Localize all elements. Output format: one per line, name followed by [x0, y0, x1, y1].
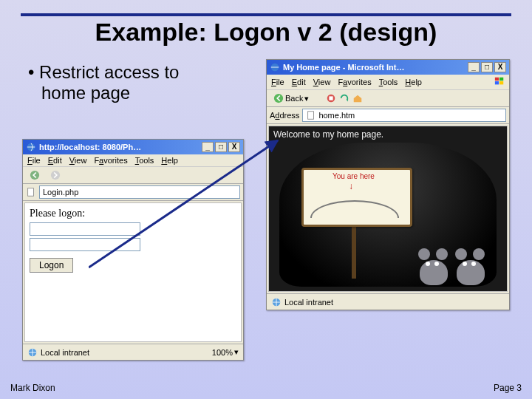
ie-icon: [26, 142, 36, 152]
address-label: Address: [270, 111, 299, 120]
zoom-level: 100%: [212, 348, 233, 357]
slide-title: Example: Logon v 2 (design): [0, 18, 532, 47]
forward-button[interactable]: [47, 168, 64, 182]
menu-view[interactable]: View: [313, 78, 331, 86]
nav-toolbar: Back ▾: [267, 90, 509, 107]
menu-edit[interactable]: Edit: [292, 78, 306, 86]
back-icon: [273, 93, 284, 103]
bullet-text-line2: home page: [41, 83, 130, 103]
status-bar: Local intranet 100% ▾: [23, 344, 243, 360]
menu-favorites[interactable]: Favorites: [94, 156, 127, 165]
home-browser-window: My Home page - Microsoft Int… _ □ X File…: [266, 59, 510, 310]
back-button[interactable]: [26, 168, 44, 182]
password-field[interactable]: [30, 238, 140, 251]
address-bar: Login.php: [23, 184, 243, 201]
page-content: Welcome to my home page. You are here ↓: [268, 126, 508, 292]
menu-view[interactable]: View: [69, 156, 87, 165]
bullet-list: Restrict access to home page: [28, 62, 179, 103]
address-input[interactable]: home.htm: [302, 109, 506, 122]
svg-rect-7: [499, 78, 503, 81]
svg-point-10: [274, 94, 283, 103]
titlebar[interactable]: http://localhost: 8080/Ph… _ □ X: [23, 140, 243, 154]
login-browser-window: http://localhost: 8080/Ph… _ □ X File Ed…: [22, 139, 244, 361]
titlebar[interactable]: My Home page - Microsoft Int… _ □ X: [267, 60, 509, 75]
menubar: File Edit View Favorites Tools Help: [267, 75, 509, 90]
refresh-icon[interactable]: [339, 93, 349, 103]
menu-favorites[interactable]: Favorites: [338, 78, 371, 86]
svg-point-2: [51, 171, 60, 180]
you-are-here-label: You are here: [332, 172, 375, 180]
globe-icon: [27, 347, 38, 358]
menu-file[interactable]: File: [27, 156, 41, 165]
window-title: http://localhost: 8080/Ph…: [39, 143, 202, 151]
menu-edit[interactable]: Edit: [48, 156, 62, 165]
chevron-down-icon: ▾: [304, 94, 309, 103]
maximize-button[interactable]: □: [215, 142, 227, 152]
menu-tools[interactable]: Tools: [379, 78, 398, 86]
logon-button[interactable]: Logon: [30, 258, 73, 273]
zone-label: Local intranet: [41, 348, 89, 357]
username-field[interactable]: [30, 222, 140, 236]
logon-prompt: Please logon:: [30, 208, 236, 219]
down-arrow-icon: ↓: [349, 181, 353, 191]
close-button[interactable]: X: [494, 62, 506, 72]
home-page-image: Welcome to my home page. You are here ↓: [269, 126, 507, 291]
footer-author: Mark Dixon: [10, 383, 55, 393]
menu-help[interactable]: Help: [405, 78, 422, 86]
back-icon: [30, 170, 40, 180]
address-value: Login.php: [43, 188, 78, 197]
status-bar: Local intranet: [267, 293, 509, 310]
minimize-button[interactable]: _: [202, 142, 214, 152]
windows-flag-icon: [494, 76, 505, 86]
forward-icon: [50, 170, 61, 180]
nav-toolbar: [23, 167, 243, 184]
close-button[interactable]: X: [228, 142, 240, 152]
minimize-button[interactable]: _: [468, 62, 480, 72]
address-value: home.htm: [318, 111, 355, 120]
footer-page: Page 3: [494, 383, 522, 393]
home-icon[interactable]: [352, 93, 363, 103]
page-icon: [26, 187, 36, 197]
svg-rect-3: [28, 188, 34, 197]
address-input[interactable]: Login.php: [39, 185, 240, 199]
menu-tools[interactable]: Tools: [135, 156, 154, 165]
back-button[interactable]: Back ▾: [270, 92, 313, 105]
sign-post: [352, 227, 356, 279]
zone-label: Local intranet: [284, 298, 333, 307]
menu-help[interactable]: Help: [161, 156, 178, 165]
title-divider: [21, 13, 511, 16]
globe-icon: [271, 297, 282, 307]
cave-graphic: You are here ↓: [279, 143, 497, 287]
menu-file[interactable]: File: [271, 78, 284, 86]
mouse-graphic: [417, 247, 451, 285]
svg-rect-13: [308, 112, 314, 120]
menubar: File Edit View Favorites Tools Help: [23, 154, 243, 167]
page-icon: [306, 110, 316, 120]
maximize-button[interactable]: □: [481, 62, 493, 72]
svg-rect-12: [330, 96, 333, 100]
ie-icon: [270, 62, 280, 72]
window-title: My Home page - Microsoft Int…: [283, 63, 468, 72]
address-bar: Address home.htm: [267, 107, 509, 124]
page-content: Please logon: Logon: [24, 202, 242, 342]
svg-point-1: [30, 171, 39, 180]
svg-rect-6: [495, 78, 499, 81]
welcome-text: Welcome to my home page.: [269, 126, 507, 143]
svg-rect-8: [495, 81, 499, 84]
stop-icon[interactable]: [326, 93, 336, 103]
back-label: Back: [285, 94, 303, 103]
zoom-dropdown-icon[interactable]: ▾: [234, 347, 239, 357]
bullet-text-line1: Restrict access to: [39, 62, 179, 82]
mouse-graphic: [454, 247, 488, 285]
svg-rect-9: [499, 81, 503, 84]
